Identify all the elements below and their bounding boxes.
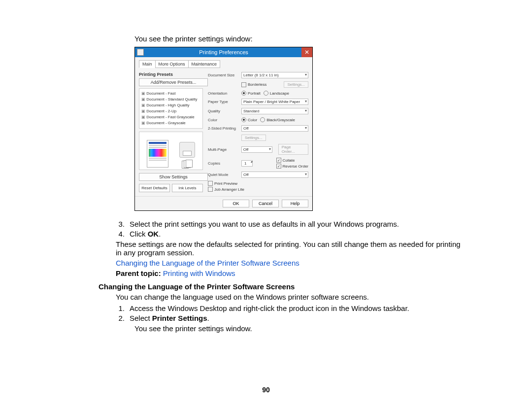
cancel-button[interactable]: Cancel [252,200,279,207]
grayscale-radio[interactable]: Black/Grayscale [260,117,295,122]
parent-topic-link[interactable]: Printing with Windows [163,269,235,277]
step-text: Click OK. [130,230,461,238]
presets-heading: Printing Presets [139,72,203,77]
list-item[interactable]: Document - Fast [141,91,200,97]
label-quality: Quality [208,109,238,113]
label-copies: Copies [208,161,238,166]
borderless-checkbox[interactable]: Borderless [241,82,266,87]
app-icon [137,49,144,56]
tab-main[interactable]: Main [139,60,156,68]
label-color: Color [208,118,238,122]
job-arranger-checkbox[interactable]: Job Arranger Lite [208,187,244,192]
printer-icon [179,142,195,158]
tab-more-options[interactable]: More Options [155,60,189,68]
step-text: Access the Windows Desktop and right-cli… [130,304,461,312]
label-two-sided: 2-Sided Printing [208,126,238,131]
close-icon[interactable]: ✕ [301,47,312,57]
list-item[interactable]: Document - Standard Quality [141,97,200,103]
step-text: Select Printer Settings. [130,314,461,322]
printing-preferences-screenshot: Printing Preferences ✕ Main More Options… [134,47,313,211]
dialog-footer: OK Cancel Help [135,196,312,210]
step-text: Select the print settings you want to us… [130,220,461,228]
print-preview-checkbox[interactable]: Print Preview [208,181,237,186]
page-number: 90 [0,386,532,394]
preview-panel [139,132,203,170]
ok-button[interactable]: OK [223,200,249,207]
body-text: You can change the language used on the … [116,293,461,301]
borderless-settings-button: Settings... [284,81,308,88]
link-changing-language[interactable]: Changing the Language of the Printer Sof… [116,259,461,267]
label-document-size: Document Size [208,73,238,77]
two-sided-select[interactable]: Off [241,125,308,132]
step-number: 1. [116,304,125,312]
reset-defaults-button[interactable]: Reset Defaults [139,184,170,192]
label-paper-type: Paper Type [208,100,238,104]
document-size-select[interactable]: Letter (8 1/2 x 11 in) [241,72,308,78]
reverse-order-checkbox[interactable]: Reverse Order [276,164,308,169]
step-number: 3. [116,220,125,228]
intro-text: You see the printer settings window: [134,34,461,43]
preset-list[interactable]: Document - Fast Document - Standard Qual… [139,88,203,129]
body-text: You see the printer settings window. [134,324,461,333]
tab-maintenance[interactable]: Maintenance [188,60,221,68]
dialog-body: Main More Options Maintenance Printing P… [135,57,312,196]
add-remove-presets-button[interactable]: Add/Remove Presets... [139,78,208,86]
help-button[interactable]: Help [282,200,308,207]
dialog-titlebar: Printing Preferences ✕ [135,47,312,57]
list-item[interactable]: Document - High Quality [141,103,200,108]
page-order-button: Page Order... [278,144,308,155]
step-number: 2. [116,314,125,322]
list-item[interactable]: Document - Grayscale [141,120,200,126]
paper-type-select[interactable]: Plain Paper / Bright White Paper [241,99,308,105]
section-heading: Changing the Language of the Printer Sof… [99,282,461,291]
show-settings-button[interactable]: Show Settings [139,173,208,181]
multi-page-select[interactable]: Off [241,146,272,153]
color-radio[interactable]: Color [241,117,257,122]
label-quiet-mode: Quiet Mode [208,172,238,177]
paper-stack-icon [182,160,193,168]
parent-topic-label: Parent topic: [116,269,163,277]
portrait-radio[interactable]: Portrait [241,91,261,96]
step-number: 4. [116,230,125,238]
quiet-mode-select[interactable]: Off [241,171,308,178]
copies-spinner[interactable]: 1 [241,160,253,167]
two-sided-settings-button: Settings... [241,135,266,141]
label-multi-page: Multi-Page [208,147,238,152]
label-orientation: Orientation [208,91,238,96]
quality-select[interactable]: Standard [241,108,308,114]
note-text: These settings are now the defaults sele… [116,240,461,257]
landscape-radio[interactable]: Landscape [264,91,289,96]
ink-levels-button[interactable]: Ink Levels [172,184,203,192]
dialog-title: Printing Preferences [199,49,248,55]
page-thumbnail-icon [147,140,168,168]
list-item[interactable]: Document - Fast Grayscale [141,114,200,120]
collate-checkbox[interactable]: Collate [276,158,308,163]
list-item[interactable]: Document - 2-Up [141,108,200,114]
